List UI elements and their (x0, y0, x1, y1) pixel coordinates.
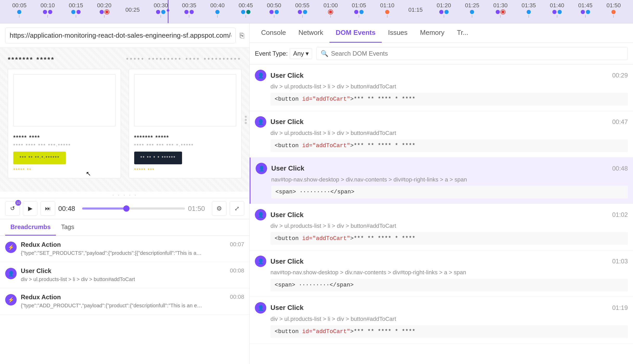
add-to-cart-button-1[interactable]: *** ** **·*·****** (13, 152, 66, 164)
skip-back-button[interactable]: 10 ↺ (5, 201, 20, 216)
chevron-down-icon: ▾ (306, 50, 309, 57)
event-item[interactable]: 👤User Click01:19div > ul.products-list >… (250, 297, 633, 343)
breadcrumb-title: User Click (21, 267, 226, 275)
timeline-tick-label: 00:35 (182, 2, 196, 9)
play-button[interactable]: ▶ (23, 201, 37, 216)
timeline-tick[interactable]: 00:10 (34, 2, 62, 18)
breadcrumb-content: Redux Action{"type":"ADD_PRODUCT","paylo… (21, 294, 226, 309)
url-bar: ⎘ (0, 23, 249, 48)
timeline-tick[interactable]: 00:55 (288, 2, 316, 18)
product-title-2: ******* ***** (134, 134, 236, 141)
event-type-filter: Event Type: Any ▾ (255, 48, 312, 59)
breadcrumb-item[interactable]: 👤User Clickdiv > ul.products-list > li >… (0, 262, 249, 288)
event-title: User Click (270, 257, 608, 265)
event-time: 01:03 (612, 258, 628, 265)
event-item[interactable]: 👤User Click01:02div > ul.products-list >… (250, 204, 633, 250)
url-input[interactable] (5, 28, 236, 43)
timeline-tick[interactable]: 01:25 (458, 2, 486, 18)
drag-handle-horizontal[interactable]: · · · · · (0, 192, 249, 198)
timeline-tick[interactable]: 00:20 (90, 2, 118, 18)
event-title: User Click (270, 304, 608, 312)
dot-orange (611, 10, 616, 14)
timeline-tick[interactable]: 00:45 (232, 2, 260, 18)
timeline-tick[interactable]: 01:10 (373, 2, 402, 18)
dot-blue (215, 10, 219, 14)
search-filter-row: Event Type: Any ▾ 🔍 (250, 43, 633, 64)
event-title: User Click (271, 164, 608, 172)
panel-tab-console[interactable]: Console (255, 23, 292, 43)
add-to-cart-button-2[interactable]: ** ** * * ****** (134, 152, 182, 164)
timeline-tick[interactable]: 01:00 (316, 2, 345, 18)
event-item[interactable]: 👤User Click00:47div > ul.products-list >… (250, 111, 633, 158)
fullscreen-button[interactable]: ⤢ (230, 201, 244, 216)
user-icon: 👤 (5, 268, 17, 279)
timeline-tick-label: 00:55 (295, 2, 309, 9)
event-avatar: 👤 (255, 209, 266, 220)
event-time: 01:19 (612, 304, 628, 311)
product-card-2: ******* ***** **** *** *** *** *·***** *… (129, 69, 242, 178)
timeline-tick[interactable]: 01:20 (430, 2, 458, 18)
event-item[interactable]: 👤User Click00:48nav#top-nav.show-desktop… (250, 158, 633, 204)
progress-thumb[interactable] (123, 205, 130, 212)
timeline-tick[interactable]: 01:15 (401, 6, 430, 13)
panel-tab-network[interactable]: Network (292, 23, 329, 43)
event-title: User Click (270, 72, 608, 80)
dot-purple (156, 10, 160, 14)
event-item[interactable]: 👤User Click00:29div > ul.products-list >… (250, 64, 633, 111)
timeline-tick[interactable]: 00:50 (260, 2, 288, 18)
settings-button[interactable]: ⚙ (212, 201, 227, 216)
panel-tab-issues[interactable]: Issues (382, 23, 414, 43)
breadcrumb-item[interactable]: ⚡Redux Action{"type":"ADD_PRODUCT","payl… (0, 288, 249, 315)
timeline-tick[interactable]: 00:35 (175, 2, 203, 18)
controls-bar: 10 ↺ ▶ ⏭ 00:48 01:50 ⚙ ⤢ (0, 198, 249, 219)
event-code: <span> ·········</span> (271, 186, 628, 198)
event-path: div > ul.products-list > li > div > butt… (255, 222, 628, 230)
copy-icon[interactable]: ⎘ (240, 31, 244, 40)
timeline-tick-label: 00:45 (238, 2, 253, 9)
dot-purple (439, 10, 443, 14)
timeline-tick[interactable]: 01:50 (599, 2, 628, 18)
timeline-tick-label: 01:15 (408, 6, 423, 13)
event-code: <button id="addToCart">*** ** **** * ***… (270, 232, 628, 245)
timeline-tick[interactable]: 00:25 (118, 6, 147, 13)
timeline-tick[interactable]: 00:15 (62, 2, 90, 18)
left-panel: ⎘ ******* ***** ***** ********* **** ***… (0, 23, 250, 364)
timeline-tick[interactable]: 01:30 (486, 2, 515, 18)
progress-bar[interactable] (82, 207, 185, 210)
bottom-tab-tags[interactable]: Tags (56, 219, 80, 236)
breadcrumb-title: Redux Action (21, 241, 226, 248)
event-path: div > ul.products-list > li > div > butt… (255, 315, 628, 323)
breadcrumb-list: ⚡Redux Action{"type":"SET_PRODUCTS","pay… (0, 236, 249, 364)
page-header: ******* ***** (8, 56, 55, 64)
timeline-tick[interactable]: 01:05 (345, 2, 373, 18)
timeline-tick[interactable]: 00:05 (5, 2, 34, 18)
bottom-tabs-section: BreadcrumbsTags (0, 219, 249, 236)
timeline-tick[interactable]: 00:30 (147, 2, 175, 18)
event-header-row: 👤User Click00:48 (256, 163, 628, 174)
breadcrumb-content: User Clickdiv > ul.products-list > li > … (21, 267, 226, 283)
breadcrumb-item[interactable]: ⚡Redux Action{"type":"SET_PRODUCTS","pay… (0, 236, 249, 262)
panel-tab-memory[interactable]: Memory (414, 23, 451, 43)
timeline-tick[interactable]: 01:35 (515, 2, 543, 18)
timeline-tick-label: 00:30 (154, 2, 168, 9)
breadcrumb-time: 00:08 (230, 294, 244, 300)
panel-tab-tr---[interactable]: Tr... (451, 23, 475, 43)
bottom-tab-breadcrumbs[interactable]: Breadcrumbs (5, 219, 56, 236)
timeline-tick[interactable]: 01:45 (571, 2, 599, 18)
timeline-tick[interactable]: 00:40 (203, 2, 232, 18)
panel-tab-dom-events[interactable]: DOM Events (330, 23, 382, 43)
drag-handle-right[interactable] (245, 116, 247, 124)
product-image-2 (134, 74, 236, 126)
timeline[interactable]: 00:0500:1000:1500:2000:2500:3000:3500:40… (0, 0, 633, 23)
event-header-row: 👤User Click00:29 (255, 70, 628, 81)
event-item[interactable]: 👤User Click01:03nav#top-nav.show-desktop… (250, 250, 633, 297)
dot-blue (161, 10, 165, 14)
timeline-tick-label: 00:25 (125, 6, 140, 13)
skip-forward-button[interactable]: ⏭ (41, 201, 55, 216)
timeline-cursor[interactable] (168, 0, 169, 23)
search-input[interactable] (331, 50, 623, 57)
timeline-tick[interactable]: 01:40 (543, 2, 571, 18)
filter-dropdown[interactable]: Any ▾ (290, 48, 312, 59)
filter-label: Event Type: (255, 50, 288, 57)
event-avatar: 👤 (255, 256, 266, 267)
